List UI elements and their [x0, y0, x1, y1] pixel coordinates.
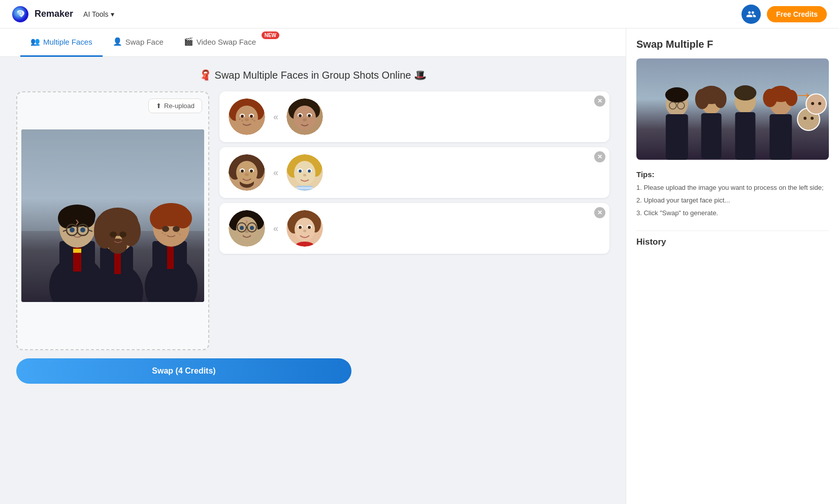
- arrow-icon-2: «: [273, 167, 278, 178]
- svg-point-19: [80, 227, 85, 232]
- close-pair-2-button[interactable]: ✕: [594, 151, 605, 162]
- users-icon: [746, 9, 756, 19]
- svg-point-53: [242, 120, 243, 122]
- svg-point-42: [179, 234, 181, 236]
- teen-boy-face-svg: [286, 98, 323, 135]
- close-pair-3-button[interactable]: ✕: [594, 207, 605, 218]
- svg-point-29: [119, 231, 126, 238]
- blonde-girl-face-svg: [286, 154, 323, 191]
- arrow-icon-1: «: [273, 112, 278, 122]
- source-face-3: [229, 210, 265, 247]
- svg-point-85: [299, 170, 302, 173]
- hermione-face-svg: [229, 154, 265, 191]
- sidebar-title: Swap Multiple F: [636, 39, 829, 50]
- header-left: Remaker AI Tools ▾: [12, 6, 118, 22]
- multiple-faces-icon: 👥: [30, 37, 40, 46]
- tab-swap-face-label: Swap Face: [125, 38, 164, 46]
- swap-button[interactable]: Swap (4 Credits): [16, 358, 351, 384]
- svg-point-11: [58, 208, 76, 228]
- svg-point-76: [250, 170, 253, 173]
- svg-point-75: [241, 170, 244, 173]
- video-icon: 🎬: [184, 37, 193, 46]
- swap-panels: ⬆ Re-upload: [16, 91, 609, 350]
- svg-rect-125: [735, 112, 755, 160]
- tab-swap-face[interactable]: 👤 Swap Face: [103, 28, 174, 57]
- history-title: History: [636, 230, 829, 247]
- tab-multiple-faces[interactable]: 👥 Multiple Faces: [20, 28, 103, 57]
- tabs-bar: 👥 Multiple Faces 👤 Swap Face 🎬 Video Swa…: [0, 28, 626, 57]
- svg-point-86: [308, 170, 311, 173]
- svg-point-64: [299, 114, 302, 117]
- tool-area: 🧣 Swap Multiple Faces in Group Shots Onl…: [0, 57, 626, 504]
- ai-tools-button[interactable]: AI Tools ▾: [79, 8, 118, 20]
- chevron-down-icon: ▾: [111, 10, 114, 18]
- svg-point-41: [177, 232, 179, 234]
- content-area: 👥 Multiple Faces 👤 Swap Face 🎬 Video Swa…: [0, 28, 626, 504]
- uploaded-photo: [21, 129, 204, 302]
- history-section: History: [636, 230, 829, 247]
- ai-tools-label: AI Tools: [83, 10, 109, 18]
- svg-point-35: [150, 207, 170, 229]
- svg-point-18: [70, 227, 75, 232]
- svg-point-37: [162, 226, 169, 232]
- tips-section: Tips: 1. Please upload the image you wan…: [636, 170, 829, 220]
- target-face-1[interactable]: [286, 98, 323, 135]
- face-pair-1: «: [219, 91, 609, 142]
- svg-point-137: [818, 102, 821, 105]
- hp-photo-svg: [21, 129, 204, 302]
- svg-point-39: [162, 232, 164, 234]
- tab-multiple-faces-label: Multiple Faces: [43, 38, 92, 46]
- brand-name: Remaker: [35, 9, 73, 19]
- svg-point-128: [763, 89, 777, 107]
- target-face-3[interactable]: [286, 210, 323, 247]
- tool-title: 🧣 Swap Multiple Faces in Group Shots Onl…: [16, 69, 609, 81]
- swap-face-icon: 👤: [113, 37, 122, 46]
- preview-image-container: →: [636, 58, 829, 160]
- free-credits-button[interactable]: Free Credits: [767, 6, 827, 22]
- close-pair-1-button[interactable]: ✕: [594, 95, 605, 107]
- young-girl-face-svg: [286, 210, 323, 247]
- svg-point-98: [240, 226, 244, 230]
- svg-point-51: [250, 115, 253, 118]
- remaker-logo: [12, 6, 28, 22]
- upload-panel[interactable]: ⬆ Re-upload: [16, 91, 209, 350]
- tab-video-swap-face[interactable]: 🎬 Video Swap Face NEW: [174, 28, 274, 57]
- tips-title: Tips:: [636, 170, 829, 179]
- header: Remaker AI Tools ▾ Free Credits: [0, 0, 839, 28]
- svg-point-66: [303, 118, 307, 121]
- upload-icon: ⬆: [156, 102, 162, 110]
- header-right: Free Credits: [741, 5, 827, 24]
- svg-point-114: [665, 87, 689, 103]
- svg-point-110: [303, 230, 306, 232]
- svg-point-124: [734, 85, 756, 100]
- users-icon-button[interactable]: [741, 5, 761, 24]
- svg-point-50: [241, 115, 244, 118]
- svg-point-52: [239, 119, 241, 120]
- face-pairs-panel: «: [219, 91, 609, 254]
- tips-item-3: 3. Click "Swap" to generate.: [636, 208, 829, 219]
- svg-point-27: [109, 239, 127, 254]
- svg-rect-112: [636, 58, 829, 159]
- svg-point-136: [811, 102, 814, 105]
- svg-rect-8: [73, 249, 81, 253]
- new-badge: NEW: [262, 31, 279, 39]
- svg-point-100: [245, 230, 249, 233]
- svg-point-99: [250, 226, 254, 230]
- main-layout: 👥 Multiple Faces 👤 Swap Face 🎬 Video Swa…: [0, 28, 839, 504]
- svg-point-133: [806, 94, 826, 114]
- source-face-1: [229, 98, 265, 135]
- reupload-button[interactable]: ⬆ Re-upload: [148, 98, 202, 113]
- svg-point-40: [165, 234, 166, 236]
- svg-point-28: [110, 231, 117, 238]
- tab-video-swap-face-label: Video Swap Face: [197, 38, 256, 46]
- svg-point-54: [252, 119, 253, 120]
- ron-face-svg: [229, 98, 265, 135]
- source-face-2: [229, 154, 265, 191]
- arrow-icon-3: «: [273, 223, 278, 234]
- harry-face-svg: [229, 210, 265, 247]
- svg-point-77: [245, 173, 249, 176]
- target-face-2[interactable]: [286, 154, 323, 191]
- svg-rect-130: [769, 114, 792, 160]
- svg-point-87: [303, 174, 306, 177]
- svg-rect-115: [666, 114, 688, 160]
